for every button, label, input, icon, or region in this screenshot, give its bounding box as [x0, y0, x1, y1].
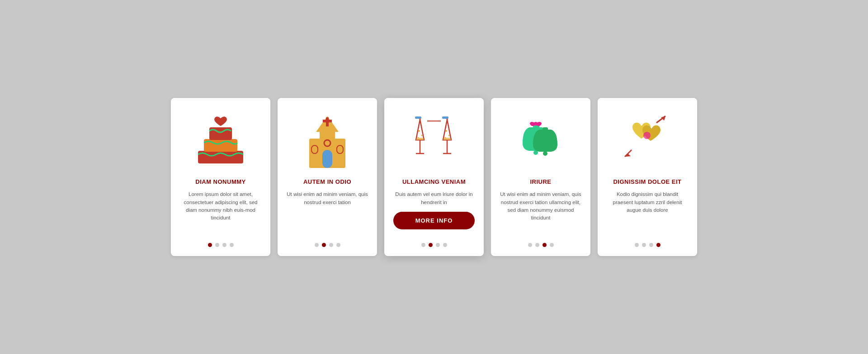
card-5-text: Kodio dignissim qui blandit praesent lup…: [607, 191, 688, 235]
card-5-title: DIGNISSIM DOLOE EIT: [613, 178, 681, 185]
dot: [649, 243, 653, 247]
svg-rect-12: [415, 116, 421, 119]
dot: [443, 243, 447, 247]
dot: [208, 243, 212, 247]
svg-rect-7: [323, 120, 332, 122]
church-icon: [302, 112, 352, 170]
dot: [429, 243, 433, 247]
card-1-text: Lorem ipsum dolor sit amet, consectetuer…: [180, 191, 261, 235]
champagne-icon: [407, 112, 461, 170]
cards-container: DIAM NONUMMY Lorem ipsum dolor sit amet,…: [171, 98, 697, 256]
dot: [642, 243, 646, 247]
card-2-dots: [315, 243, 340, 247]
wedding-cake-icon: [196, 112, 245, 170]
card-3-title: ULLAMCING VENIAM: [402, 178, 466, 185]
svg-point-15: [418, 130, 420, 132]
dot: [329, 243, 333, 247]
card-3-text: Duis autem vel eum iriure dolor in hendr…: [393, 191, 475, 206]
svg-point-28: [543, 151, 547, 156]
bells-icon: [516, 112, 566, 170]
card-wedding-cake: DIAM NONUMMY Lorem ipsum dolor sit amet,…: [171, 98, 270, 256]
card-4-text: Ut wisi enim ad minim veniam, quis nostr…: [500, 191, 581, 235]
dot: [635, 243, 639, 247]
svg-point-22: [448, 135, 450, 136]
svg-rect-8: [322, 150, 332, 168]
card-5-dots: [635, 243, 660, 247]
dot: [528, 243, 532, 247]
card-1-title: DIAM NONUMMY: [195, 178, 245, 185]
dot: [336, 243, 340, 247]
card-4-title: IRIURE: [530, 178, 551, 185]
svg-rect-5: [320, 132, 335, 145]
card-3-dots: [421, 243, 447, 247]
svg-rect-11: [337, 145, 343, 154]
dot: [656, 243, 660, 247]
dot: [436, 243, 440, 247]
dot: [550, 243, 554, 247]
svg-point-21: [445, 130, 447, 132]
card-bells: IRIURE Ut wisi enim ad minim veniam, qui…: [491, 98, 590, 256]
dot: [535, 243, 539, 247]
more-info-button[interactable]: MORE INFO: [393, 212, 475, 229]
dot: [322, 243, 326, 247]
card-hearts: DIGNISSIM DOLOE EIT Kodio dignissim qui …: [598, 98, 697, 256]
card-church: AUTEM IN ODIO Ut wisi enim ad minim veni…: [278, 98, 377, 256]
dot: [215, 243, 219, 247]
svg-rect-18: [442, 116, 448, 119]
svg-rect-10: [311, 145, 318, 154]
svg-point-16: [421, 135, 423, 136]
svg-rect-27: [542, 127, 548, 132]
svg-point-29: [534, 122, 538, 126]
hearts-icon: [623, 112, 672, 170]
svg-point-34: [643, 132, 651, 139]
card-champagne: ULLAMCING VENIAM Duis autem vel eum iriu…: [384, 98, 484, 256]
dot: [230, 243, 234, 247]
dot: [222, 243, 226, 247]
card-2-title: AUTEM IN ODIO: [303, 178, 351, 185]
dot: [421, 243, 425, 247]
dot: [542, 243, 547, 247]
card-1-dots: [208, 243, 234, 247]
dot: [315, 243, 319, 247]
card-2-text: Ut wisi enim ad minim veniam, quis nostr…: [287, 191, 368, 235]
card-4-dots: [528, 243, 554, 247]
